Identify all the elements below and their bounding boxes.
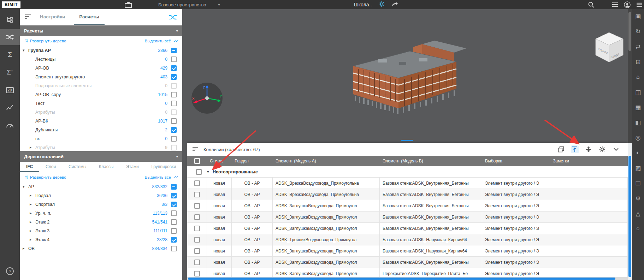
project-settings-icon[interactable] bbox=[379, 1, 385, 8]
caret-right-icon[interactable]: ▸ bbox=[30, 202, 35, 207]
screenshot-icon[interactable]: ▣ bbox=[633, 12, 643, 20]
caret-right-icon[interactable]: ▸ bbox=[30, 237, 35, 242]
caret-right-icon[interactable]: ▸ bbox=[30, 193, 35, 198]
tree-row[interactable]: ▸Спортзал3/3 bbox=[20, 200, 182, 209]
search-icon[interactable] bbox=[587, 1, 595, 8]
checkbox[interactable] bbox=[194, 214, 200, 220]
checkbox[interactable] bbox=[196, 169, 202, 175]
measure-icon[interactable]: △ bbox=[633, 209, 643, 218]
collapse-panel-icon[interactable] bbox=[612, 145, 620, 153]
select-all-checkbox[interactable] bbox=[194, 158, 200, 164]
tree-row[interactable]: ▸Этаж 2541/541 bbox=[20, 218, 182, 226]
caret-down-icon[interactable]: ▾ bbox=[207, 169, 213, 174]
collapse-rows-icon[interactable] bbox=[571, 145, 579, 153]
collision-row[interactable]: новаяОВ - АРADSK_ВрезкаВоздуховода_Прямо… bbox=[187, 178, 628, 189]
tree-row[interactable]: ▸Этаж 3111/111 bbox=[20, 226, 182, 235]
checkbox[interactable] bbox=[171, 83, 177, 89]
tree-row[interactable]: ▾Группа АР2866 bbox=[20, 46, 182, 55]
checkbox[interactable] bbox=[194, 180, 200, 186]
tree-row[interactable]: Тест0 bbox=[20, 99, 182, 108]
select-elements-icon[interactable]: ☐ bbox=[633, 179, 643, 187]
select-all-link[interactable]: Выделить всё bbox=[145, 175, 171, 179]
column-header[interactable]: Элемент (Модель A) bbox=[273, 159, 380, 163]
column-header[interactable]: Элемент (Модель B) bbox=[380, 159, 482, 163]
collision-row[interactable]: новаяОВ - АРADSK_ЗаглушкаВоздуховода_Пря… bbox=[187, 257, 628, 268]
share-icon[interactable] bbox=[392, 1, 398, 8]
zoom-window-icon[interactable]: ⊞ bbox=[633, 58, 643, 66]
grid-view-icon[interactable]: ▦ bbox=[633, 103, 643, 112]
horizontal-scrollbar[interactable] bbox=[187, 277, 628, 280]
column-header[interactable]: Раздел bbox=[232, 159, 273, 163]
view-sphere-icon[interactable]: ○ bbox=[633, 225, 643, 233]
caret-down-icon[interactable]: ▾ bbox=[23, 48, 28, 53]
menu-icon[interactable] bbox=[635, 1, 643, 8]
sort-menu-icon[interactable] bbox=[25, 14, 31, 20]
tab-settings[interactable]: Настройки bbox=[35, 9, 70, 25]
checkbox[interactable] bbox=[194, 203, 200, 209]
checkbox[interactable] bbox=[171, 228, 177, 234]
collisions-vertical-scrollbar[interactable] bbox=[628, 143, 632, 280]
section-box-icon[interactable]: ◧ bbox=[633, 118, 643, 127]
checkbox[interactable] bbox=[171, 65, 177, 71]
tree-row[interactable]: АР-ВК1017 bbox=[20, 117, 182, 125]
tree-tab-3[interactable]: Системы bbox=[62, 162, 93, 172]
checkbox[interactable] bbox=[171, 74, 177, 80]
checkbox[interactable] bbox=[194, 192, 200, 197]
list-view-icon[interactable] bbox=[611, 1, 619, 8]
collision-group-row[interactable]: ▾Неотсортированные bbox=[187, 166, 628, 178]
home-view-icon[interactable]: ⌂ bbox=[633, 73, 643, 81]
tree-row[interactable]: Элемент внутри другого403 bbox=[20, 72, 182, 81]
tree-tab-2[interactable]: Слои bbox=[39, 162, 62, 172]
column-header[interactable]: Заметки bbox=[550, 159, 628, 163]
add-calculation-button[interactable]: Σ+ bbox=[0, 64, 20, 81]
caret-down-icon[interactable]: ▾ bbox=[23, 184, 28, 189]
clash-shuffle-icon[interactable] bbox=[169, 14, 177, 21]
checkbox[interactable] bbox=[171, 219, 177, 225]
checkbox[interactable] bbox=[194, 248, 200, 254]
select-all-link[interactable]: Выделить всё bbox=[145, 39, 171, 43]
tree-tab-5[interactable]: Этажи bbox=[120, 162, 145, 172]
axis-gizmo[interactable]: Z Y X bbox=[191, 82, 223, 114]
collision-row[interactable]: новаяОВ - АРADSK_ВрезкаВоздуховода_Прямо… bbox=[187, 189, 628, 200]
tree-row[interactable]: ▸Ур. ч. п.113/113 bbox=[20, 209, 182, 218]
checkbox[interactable] bbox=[194, 271, 200, 276]
tree-row[interactable]: ▸ОВ834/834 bbox=[20, 244, 182, 253]
checkbox[interactable] bbox=[171, 237, 177, 243]
expand-rows-icon[interactable] bbox=[585, 145, 592, 153]
checkbox[interactable] bbox=[171, 136, 177, 142]
tree-row[interactable]: Дубликаты2 bbox=[20, 125, 182, 134]
checkbox[interactable] bbox=[194, 237, 200, 243]
app-logo[interactable]: BIMIT bbox=[2, 1, 20, 8]
tree-row[interactable]: ▸Подвал36/36 bbox=[20, 191, 182, 200]
dashboard-button[interactable] bbox=[0, 117, 20, 133]
expand-tree-link[interactable]: Развернуть дерево bbox=[30, 39, 66, 43]
caret-right-icon[interactable]: ▸ bbox=[30, 211, 35, 215]
panel-resize-handle[interactable] bbox=[401, 140, 413, 141]
view-2d-button[interactable]: 2D bbox=[0, 82, 20, 98]
tree-row[interactable]: ▾АР832/832 bbox=[20, 182, 182, 191]
orbit-icon[interactable]: ↻ bbox=[633, 27, 643, 36]
copy-icon[interactable] bbox=[557, 145, 565, 153]
checkbox[interactable] bbox=[171, 202, 177, 207]
collision-row[interactable]: новаяОВ - АРADSK_ЗаглушкаВоздуховода_Пря… bbox=[187, 212, 628, 223]
tree-row[interactable]: ▸Атрибуты9 bbox=[20, 143, 182, 151]
calculations-section-header[interactable]: Расчеты ▾ bbox=[20, 25, 182, 36]
section-plane-icon[interactable]: ◫ bbox=[633, 88, 643, 96]
sort-menu-icon[interactable] bbox=[192, 147, 199, 153]
checkbox[interactable] bbox=[171, 184, 177, 190]
checkbox[interactable] bbox=[171, 145, 177, 150]
briefcase-icon[interactable] bbox=[124, 1, 132, 8]
caret-right-icon[interactable]: ▸ bbox=[30, 220, 35, 224]
column-header[interactable]: Выборка bbox=[482, 159, 550, 163]
tree-row[interactable]: Атрибуты0 bbox=[20, 108, 182, 117]
tree-row[interactable]: вк0 bbox=[20, 134, 182, 143]
scrollbar-thumb[interactable] bbox=[628, 12, 631, 51]
tree-row[interactable]: АР-ОВ_copy1015 bbox=[20, 90, 182, 99]
collision-row[interactable]: новаяОВ - АРADSK_ЗаглушкаВоздуховода_Пря… bbox=[187, 200, 628, 212]
tree-tab-6[interactable]: Группировки bbox=[145, 162, 182, 172]
viewport-scrollbar[interactable] bbox=[628, 9, 632, 143]
workspace-selector[interactable]: Базовое пространство ▾ bbox=[158, 0, 220, 9]
expand-tree-link[interactable]: Развернуть дерево bbox=[30, 175, 66, 179]
checkbox[interactable] bbox=[194, 260, 200, 265]
hatch-view-icon[interactable]: ▨ bbox=[633, 164, 643, 172]
